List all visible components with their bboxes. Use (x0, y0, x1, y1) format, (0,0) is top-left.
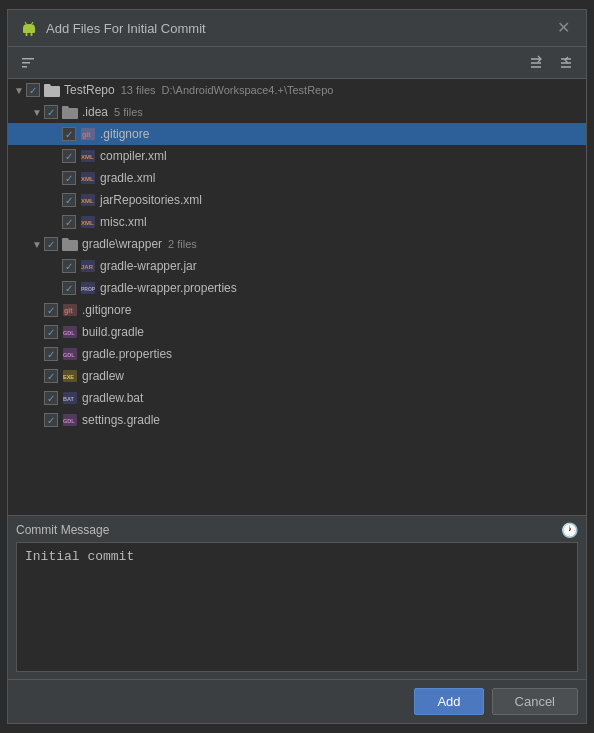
commit-section: Commit Message 🕐 Initial commit (8, 515, 586, 679)
svg-text:XML: XML (81, 176, 94, 182)
toolbar (8, 47, 586, 79)
tree-item-gitignore2[interactable]: git .gitignore (8, 299, 586, 321)
checkbox-gitignore2[interactable] (44, 303, 58, 317)
android-icon (20, 19, 38, 37)
jarrepos-label: jarRepositories.xml (100, 193, 202, 207)
expand-icon[interactable] (554, 53, 578, 73)
expand-arrow: ▼ (30, 107, 44, 118)
repo-path: D:\AndroidWorkspace4.+\TestRepo (162, 84, 334, 96)
gradlew-label: gradlew (82, 369, 124, 383)
gradle-props-label: gradle-wrapper.properties (100, 281, 237, 295)
tree-item-gradle-jar[interactable]: JAR gradle-wrapper.jar (8, 255, 586, 277)
settings-gradle-icon: GDL (62, 412, 78, 428)
file-tree[interactable]: ▼ TestRepo 13 files D:\AndroidWorkspace4… (8, 79, 586, 515)
tree-item-misc[interactable]: XML misc.xml (8, 211, 586, 233)
gradle-properties-label: gradle.properties (82, 347, 172, 361)
xml-file-icon: XML (80, 148, 96, 164)
checkbox-gitignore1[interactable] (62, 127, 76, 141)
idea-label: .idea (82, 105, 108, 119)
checkbox-gradle-xml[interactable] (62, 171, 76, 185)
svg-line-4 (25, 22, 27, 25)
commit-label-row: Commit Message 🕐 (16, 522, 578, 538)
commit-message-input[interactable]: Initial commit (16, 542, 578, 672)
add-button[interactable]: Add (414, 688, 483, 715)
settings-gradle-label: settings.gradle (82, 413, 160, 427)
clock-icon[interactable]: 🕐 (561, 522, 578, 538)
checkbox-idea[interactable] (44, 105, 58, 119)
sort-icon[interactable] (16, 53, 40, 73)
svg-line-5 (31, 22, 33, 25)
gradle-jar-label: gradle-wrapper.jar (100, 259, 197, 273)
svg-rect-8 (22, 66, 27, 68)
tree-item-gradlew[interactable]: EXE gradlew (8, 365, 586, 387)
git-file-icon: git (80, 126, 96, 142)
commit-message-label: Commit Message (16, 523, 109, 537)
checkbox-repo[interactable] (26, 83, 40, 97)
svg-text:GDL: GDL (63, 330, 75, 336)
svg-rect-2 (26, 33, 28, 36)
checkbox-gradle-props[interactable] (62, 281, 76, 295)
svg-text:GDL: GDL (63, 352, 75, 358)
checkbox-build-gradle[interactable] (44, 325, 58, 339)
misc-icon: XML (80, 214, 96, 230)
checkbox-gradle-properties[interactable] (44, 347, 58, 361)
gitignore1-label: .gitignore (100, 127, 149, 141)
svg-text:XML: XML (81, 220, 94, 226)
tree-item-wrapper[interactable]: ▼ gradle\wrapper 2 files (8, 233, 586, 255)
properties-icon: PROP (80, 280, 96, 296)
checkbox-jarrepos[interactable] (62, 193, 76, 207)
svg-text:EXE: EXE (63, 374, 74, 380)
tree-item-gradlew-bat[interactable]: BAT gradlew.bat (8, 387, 586, 409)
svg-text:JAR: JAR (81, 264, 94, 270)
gradle-xml-label: gradle.xml (100, 171, 155, 185)
title-bar: Add Files For Initial Commit ✕ (8, 10, 586, 47)
tree-item-compiler[interactable]: XML compiler.xml (8, 145, 586, 167)
idea-count: 5 files (114, 106, 143, 118)
repo-label: TestRepo (64, 83, 115, 97)
compiler-label: compiler.xml (100, 149, 167, 163)
cancel-button[interactable]: Cancel (492, 688, 578, 715)
tree-item-gradle-properties[interactable]: GDL gradle.properties (8, 343, 586, 365)
checkbox-gradlew-bat[interactable] (44, 391, 58, 405)
misc-label: misc.xml (100, 215, 147, 229)
collapse-icon[interactable] (524, 53, 548, 73)
close-button[interactable]: ✕ (553, 18, 574, 38)
build-gradle-icon: GDL (62, 324, 78, 340)
svg-text:XML: XML (81, 154, 94, 160)
wrapper-count: 2 files (168, 238, 197, 250)
bat-icon: BAT (62, 390, 78, 406)
dialog-title: Add Files For Initial Commit (46, 21, 206, 36)
gradlew-icon: EXE (62, 368, 78, 384)
add-files-dialog: Add Files For Initial Commit ✕ (7, 9, 587, 724)
checkbox-wrapper[interactable] (44, 237, 58, 251)
tree-item-repo[interactable]: ▼ TestRepo 13 files D:\AndroidWorkspace4… (8, 79, 586, 101)
tree-item-build-gradle[interactable]: GDL build.gradle (8, 321, 586, 343)
build-gradle-label: build.gradle (82, 325, 144, 339)
jar-repos-icon: XML (80, 192, 96, 208)
checkbox-gradle-jar[interactable] (62, 259, 76, 273)
tree-item-jarrepos[interactable]: XML jarRepositories.xml (8, 189, 586, 211)
tree-item-gradle-props[interactable]: PROP gradle-wrapper.properties (8, 277, 586, 299)
checkbox-gradlew[interactable] (44, 369, 58, 383)
svg-rect-6 (22, 58, 34, 60)
svg-text:GDL: GDL (63, 418, 75, 424)
checkbox-compiler[interactable] (62, 149, 76, 163)
wrapper-label: gradle\wrapper (82, 237, 162, 251)
folder-icon (62, 104, 78, 120)
svg-rect-7 (22, 62, 30, 64)
button-row: Add Cancel (8, 679, 586, 723)
repo-count: 13 files (121, 84, 156, 96)
tree-item-idea[interactable]: ▼ .idea 5 files (8, 101, 586, 123)
wrapper-folder-icon (62, 236, 78, 252)
tree-item-settings-gradle[interactable]: GDL settings.gradle (8, 409, 586, 431)
gradlew-bat-label: gradlew.bat (82, 391, 143, 405)
svg-rect-3 (31, 33, 33, 36)
title-bar-left: Add Files For Initial Commit (20, 19, 206, 37)
svg-text:git: git (64, 307, 73, 315)
checkbox-misc[interactable] (62, 215, 76, 229)
gradle-props-root-icon: GDL (62, 346, 78, 362)
tree-item-gitignore1[interactable]: git .gitignore (8, 123, 586, 145)
svg-text:PROP: PROP (81, 286, 96, 292)
tree-item-gradle-xml[interactable]: XML gradle.xml (8, 167, 586, 189)
checkbox-settings-gradle[interactable] (44, 413, 58, 427)
